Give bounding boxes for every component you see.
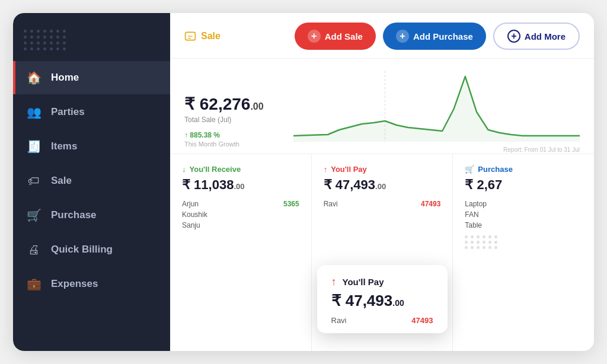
total-sale-amount: ₹ 62,276.00 [184, 95, 279, 114]
add-more-icon: + [507, 30, 520, 43]
chart-info: ₹ 62,276.00 Total Sale (Jul) ↑ 885.38 % … [184, 95, 279, 148]
sidebar-item-expenses[interactable]: 💼 Expenses [13, 267, 170, 301]
add-sale-icon: + [308, 30, 321, 43]
pay-arrow-icon: ↑ [324, 165, 328, 174]
app-container: 🏠 Home 👥 Parties 🧾 Items 🏷 Sale 🛒 Purcha… [13, 13, 594, 351]
sale-section-icon [184, 30, 196, 42]
tooltip-title: You'll Pay [343, 277, 384, 287]
sale-section-text: Sale [201, 31, 221, 41]
header-bar: Sale + Add Sale + Add Purchase + Add Mor… [170, 13, 594, 59]
add-sale-button[interactable]: + Add Sale [295, 23, 376, 50]
sidebar-item-quick-billing[interactable]: 🖨 Quick Billing [13, 233, 170, 266]
growth-label: This Month Growth [184, 141, 279, 148]
tooltip-popup: ↑ You'll Pay ₹ 47,493.00 Ravi 47493 [317, 265, 448, 333]
quick-billing-icon: 🖨 [26, 242, 41, 257]
purchase-icon: 🛒 [26, 207, 41, 223]
card-purchase-amount: ₹ 2,67 [465, 177, 582, 193]
dashboard: ₹ 62,276.00 Total Sale (Jul) ↑ 885.38 % … [170, 59, 594, 351]
tooltip-arrow-icon: ↑ [331, 276, 337, 288]
add-purchase-icon: + [396, 30, 409, 43]
home-icon: 🏠 [26, 70, 41, 85]
chart-section: ₹ 62,276.00 Total Sale (Jul) ↑ 885.38 % … [170, 59, 594, 154]
sidebar: 🏠 Home 👥 Parties 🧾 Items 🏷 Sale 🛒 Purcha… [13, 13, 170, 351]
add-purchase-button[interactable]: + Add Purchase [383, 23, 486, 50]
card-youll-receive: ↓ You'll Receive ₹ 11,038.00 Arjun 5365 … [170, 154, 312, 351]
card-purchase-row-fan: FAN [465, 210, 582, 219]
tooltip-row: Ravi 47493 [331, 316, 433, 325]
card-receive-row-arjun: Arjun 5365 [182, 200, 299, 208]
tooltip-row-label: Ravi [331, 316, 347, 325]
card-receive-row-koushik: Koushik [182, 210, 299, 219]
svg-marker-2 [293, 76, 580, 142]
card-receive-row-sanju: Sanju [182, 221, 299, 229]
sidebar-item-purchase[interactable]: 🛒 Purchase [13, 199, 170, 232]
header-buttons: + Add Sale + Add Purchase + Add More [295, 23, 580, 50]
sidebar-item-expenses-label: Expenses [51, 278, 98, 290]
card-pay-amount: ₹ 47,493.00 [324, 177, 441, 193]
sidebar-item-items-label: Items [51, 141, 77, 152]
growth-badge: ↑ 885.38 % [184, 131, 279, 139]
sidebar-item-parties-label: Parties [51, 106, 85, 118]
sidebar-dots [13, 24, 170, 61]
purchase-cart-icon: 🛒 [465, 165, 474, 174]
card-purchase-header: 🛒 Purchase [465, 165, 582, 174]
sidebar-item-quick-billing-label: Quick Billing [51, 244, 113, 256]
card-pay-header: ↑ You'll Pay [324, 165, 441, 174]
parties-icon: 👥 [26, 104, 41, 120]
sidebar-item-sale[interactable]: 🏷 Sale [13, 164, 170, 197]
tooltip-header: ↑ You'll Pay [331, 276, 433, 288]
tooltip-amount: ₹ 47,493.00 [331, 292, 433, 310]
chart-container: Report: From 01 Jul to 31 Jul [293, 71, 580, 148]
sidebar-item-home-label: Home [51, 72, 79, 84]
sidebar-item-parties[interactable]: 👥 Parties [13, 95, 170, 129]
sidebar-item-items[interactable]: 🧾 Items [13, 130, 170, 163]
expenses-icon: 💼 [26, 276, 41, 292]
card-purchase-dots [465, 235, 582, 249]
card-purchase-row-table: Table [465, 221, 582, 229]
items-icon: 🧾 [26, 139, 41, 154]
card-pay-row-ravi: Ravi 47493 [324, 200, 441, 208]
receive-arrow-icon: ↓ [182, 165, 186, 174]
card-youll-pay: ↑ You'll Pay ₹ 47,493.00 Ravi 47493 ↑ [312, 154, 453, 351]
cards-section: ↓ You'll Receive ₹ 11,038.00 Arjun 5365 … [170, 154, 594, 351]
sidebar-nav: 🏠 Home 👥 Parties 🧾 Items 🏷 Sale 🛒 Purcha… [13, 61, 170, 301]
main-content: Sale + Add Sale + Add Purchase + Add Mor… [170, 13, 594, 351]
add-more-button[interactable]: + Add More [493, 23, 580, 50]
sidebar-item-purchase-label: Purchase [51, 209, 97, 221]
tooltip-row-value: 47493 [411, 316, 433, 325]
card-receive-header: ↓ You'll Receive [182, 165, 299, 174]
card-purchase: 🛒 Purchase ₹ 2,67 Laptop FAN Table [453, 154, 594, 351]
sidebar-item-sale-label: Sale [51, 175, 72, 187]
total-sale-label: Total Sale (Jul) [184, 116, 279, 124]
sidebar-item-home[interactable]: 🏠 Home [13, 61, 170, 94]
chart-svg [293, 71, 580, 142]
card-purchase-row-laptop: Laptop [465, 200, 582, 208]
sale-label-section: Sale [184, 30, 221, 42]
chart-report-label: Report: From 01 Jul to 31 Jul [293, 146, 580, 153]
card-receive-amount: ₹ 11,038.00 [182, 177, 299, 193]
sale-icon: 🏷 [26, 173, 41, 189]
